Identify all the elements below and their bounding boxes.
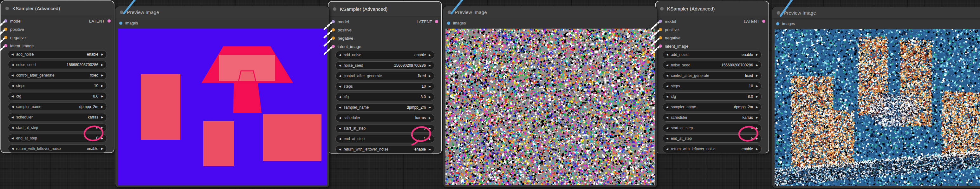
increment-arrow-icon[interactable]: ▶ bbox=[101, 85, 103, 87]
decrement-arrow-icon[interactable]: ◀ bbox=[666, 137, 668, 140]
output-port-latent[interactable] bbox=[108, 19, 111, 22]
ksampler-advanced-node[interactable]: KSampler (Advanced) model positive negat… bbox=[328, 2, 441, 153]
widget-value[interactable]: 8.0 bbox=[93, 94, 98, 98]
preview-image-node[interactable]: Preview Image images bbox=[772, 7, 980, 188]
increment-arrow-icon[interactable]: ▶ bbox=[101, 64, 103, 66]
decrement-arrow-icon[interactable]: ◀ bbox=[11, 147, 14, 150]
widget-end_at_step[interactable]: ◀ end_at_step 0 ▶ bbox=[8, 134, 107, 142]
increment-arrow-icon[interactable]: ▶ bbox=[756, 74, 758, 77]
decrement-arrow-icon[interactable]: ◀ bbox=[666, 106, 668, 109]
increment-arrow-icon[interactable]: ▶ bbox=[756, 127, 758, 130]
input-port-negative[interactable] bbox=[659, 36, 662, 39]
widget-add_noise[interactable]: ◀ add_noise enable ▶ bbox=[663, 51, 762, 59]
decrement-arrow-icon[interactable]: ◀ bbox=[11, 64, 14, 66]
increment-arrow-icon[interactable]: ▶ bbox=[756, 148, 758, 151]
decrement-arrow-icon[interactable]: ◀ bbox=[11, 106, 14, 108]
widget-cfg[interactable]: ◀ cfg 8.0 ▶ bbox=[336, 93, 434, 101]
ksampler-advanced-node[interactable]: KSampler (Advanced) model positive negat… bbox=[1, 1, 114, 152]
decrement-arrow-icon[interactable]: ◀ bbox=[339, 106, 341, 109]
widget-value[interactable]: fixed bbox=[418, 74, 426, 78]
widget-end_at_step[interactable]: ◀ end_at_step 1 ▶ bbox=[336, 135, 434, 143]
increment-arrow-icon[interactable]: ▶ bbox=[756, 95, 758, 98]
widget-steps[interactable]: ◀ steps 10 ▶ bbox=[8, 82, 107, 90]
increment-arrow-icon[interactable]: ▶ bbox=[429, 96, 431, 98]
collapse-dot-icon[interactable] bbox=[5, 7, 9, 10]
widget-cfg[interactable]: ◀ cfg 8.0 ▶ bbox=[663, 93, 762, 101]
widget-return_with_leftover_noise[interactable]: ◀ return_with_leftover_noise enable ▶ bbox=[663, 145, 762, 153]
widget-value[interactable]: 8.0 bbox=[420, 94, 426, 99]
widget-value[interactable]: 156680208700286 bbox=[67, 62, 98, 67]
widget-return_with_leftover_noise[interactable]: ◀ return_with_leftover_noise enable ▶ bbox=[336, 145, 434, 154]
node-title-bar[interactable]: KSampler (Advanced) bbox=[328, 2, 441, 16]
widget-value[interactable]: dpmpp_2m bbox=[734, 105, 753, 109]
increment-arrow-icon[interactable]: ▶ bbox=[101, 116, 103, 119]
decrement-arrow-icon[interactable]: ◀ bbox=[666, 85, 668, 88]
widget-value[interactable]: 0 bbox=[96, 125, 98, 130]
preview-image-node[interactable]: Preview Image images bbox=[115, 6, 329, 187]
decrement-arrow-icon[interactable]: ◀ bbox=[666, 74, 668, 77]
increment-arrow-icon[interactable]: ▶ bbox=[101, 147, 103, 150]
increment-arrow-icon[interactable]: ▶ bbox=[756, 64, 758, 67]
widget-value[interactable]: 156680208700286 bbox=[394, 63, 426, 68]
increment-arrow-icon[interactable]: ▶ bbox=[756, 106, 758, 109]
widget-value[interactable]: karras bbox=[88, 115, 98, 119]
collapse-dot-icon[interactable] bbox=[120, 11, 123, 14]
decrement-arrow-icon[interactable]: ◀ bbox=[339, 96, 341, 98]
input-port-images[interactable] bbox=[776, 22, 779, 26]
increment-arrow-icon[interactable]: ▶ bbox=[101, 127, 103, 129]
input-port-negative[interactable] bbox=[332, 37, 335, 40]
widget-value[interactable]: 1 bbox=[423, 136, 426, 141]
widget-value[interactable]: 8.0 bbox=[748, 94, 753, 99]
widget-value[interactable]: fixed bbox=[745, 74, 753, 78]
increment-arrow-icon[interactable]: ▶ bbox=[429, 64, 431, 67]
widget-start_at_step[interactable]: ◀ start_at_step 0 ▶ bbox=[663, 124, 762, 132]
widget-value[interactable]: 0 bbox=[751, 126, 753, 130]
widget-noise_seed[interactable]: ◀ noise_seed 156680208700286 ▶ bbox=[8, 61, 107, 69]
widget-control_after_generate[interactable]: ◀ control_after_generate fixed ▶ bbox=[336, 72, 434, 80]
widget-noise_seed[interactable]: ◀ noise_seed 156680208700286 ▶ bbox=[336, 61, 434, 70]
widget-value[interactable]: 10 bbox=[749, 84, 753, 88]
widget-sampler_name[interactable]: ◀ sampler_name dpmpp_2m ▶ bbox=[336, 103, 434, 112]
input-port-positive[interactable] bbox=[4, 28, 7, 31]
preview-image-node[interactable]: Preview Image images bbox=[443, 6, 657, 187]
decrement-arrow-icon[interactable]: ◀ bbox=[339, 85, 341, 88]
decrement-arrow-icon[interactable]: ◀ bbox=[339, 117, 341, 119]
input-port-negative[interactable] bbox=[4, 36, 7, 39]
input-port-positive[interactable] bbox=[332, 28, 335, 32]
output-port-latent[interactable] bbox=[762, 20, 765, 23]
decrement-arrow-icon[interactable]: ◀ bbox=[666, 53, 668, 56]
decrement-arrow-icon[interactable]: ◀ bbox=[666, 148, 668, 151]
ksampler-advanced-node[interactable]: KSampler (Advanced) model positive negat… bbox=[655, 1, 768, 153]
decrement-arrow-icon[interactable]: ◀ bbox=[11, 74, 14, 77]
increment-arrow-icon[interactable]: ▶ bbox=[429, 54, 431, 56]
widget-cfg[interactable]: ◀ cfg 8.0 ▶ bbox=[8, 92, 107, 100]
widget-add_noise[interactable]: ◀ add_noise enable ▶ bbox=[336, 51, 434, 59]
decrement-arrow-icon[interactable]: ◀ bbox=[339, 75, 341, 77]
increment-arrow-icon[interactable]: ▶ bbox=[756, 85, 758, 88]
widget-value[interactable]: fixed bbox=[91, 73, 98, 77]
widget-value[interactable]: 156680208700286 bbox=[721, 63, 753, 67]
input-port-latent_image[interactable] bbox=[332, 45, 335, 48]
increment-arrow-icon[interactable]: ▶ bbox=[101, 95, 103, 98]
decrement-arrow-icon[interactable]: ◀ bbox=[11, 53, 14, 56]
widget-value[interactable]: 0 bbox=[96, 136, 98, 140]
widget-value[interactable]: enable bbox=[87, 146, 98, 151]
increment-arrow-icon[interactable]: ▶ bbox=[756, 137, 758, 140]
increment-arrow-icon[interactable]: ▶ bbox=[101, 74, 103, 77]
node-graph-canvas[interactable]: KSampler (Advanced) model positive negat… bbox=[0, 0, 980, 189]
widget-control_after_generate[interactable]: ◀ control_after_generate fixed ▶ bbox=[663, 72, 762, 80]
widget-value[interactable]: dpmpp_2m bbox=[79, 104, 98, 109]
decrement-arrow-icon[interactable]: ◀ bbox=[339, 54, 341, 56]
widget-value[interactable]: karras bbox=[415, 115, 426, 120]
increment-arrow-icon[interactable]: ▶ bbox=[429, 117, 431, 119]
input-port-model[interactable] bbox=[659, 20, 662, 23]
decrement-arrow-icon[interactable]: ◀ bbox=[339, 127, 341, 130]
decrement-arrow-icon[interactable]: ◀ bbox=[666, 127, 668, 130]
increment-arrow-icon[interactable]: ▶ bbox=[429, 85, 431, 88]
increment-arrow-icon[interactable]: ▶ bbox=[429, 138, 431, 140]
widget-end_at_step[interactable]: ◀ end_at_step 5 ▶ bbox=[663, 135, 762, 143]
decrement-arrow-icon[interactable]: ◀ bbox=[666, 95, 668, 98]
collapse-dot-icon[interactable] bbox=[333, 7, 336, 11]
collapse-dot-icon[interactable] bbox=[448, 11, 451, 14]
widget-value[interactable]: 0 bbox=[423, 126, 426, 131]
